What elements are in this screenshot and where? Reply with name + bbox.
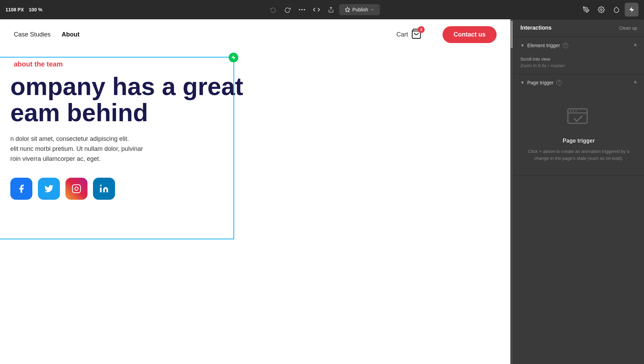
scrollbar-thumb [511,21,513,48]
share-button[interactable] [325,3,337,16]
content-area: about the team ompany has a great eam be… [0,50,510,200]
canvas-width: 1108 PX [6,7,24,12]
settings-icon-button[interactable] [594,3,608,17]
svg-point-17 [573,110,574,112]
svg-marker-4 [345,7,350,12]
element-trigger-add-button[interactable]: + [633,42,637,49]
toolbar-right [579,3,638,17]
nav-case-studies[interactable]: Case Studies [14,31,51,38]
svg-marker-9 [231,55,236,60]
facebook-icon[interactable] [10,178,32,200]
headline-line2: eam behind [10,100,510,126]
page-trigger-add-button[interactable]: + [633,79,637,86]
trigger-detail: Zoom In 0.5s / <none> [520,63,637,68]
panel-title: Interactions [520,25,552,31]
svg-point-16 [570,110,571,112]
headline-line1: ompany has a great [10,74,510,100]
element-trigger-header-left: ▼ Element trigger ? [520,43,568,48]
instagram-icon[interactable] [65,178,87,200]
drops-icon-button[interactable] [610,3,623,17]
panel-header: Interactions Clean up [513,19,644,37]
page-trigger-empty-desc: Click + above to create an animation tri… [524,148,634,162]
svg-point-18 [575,110,577,112]
body-text: n dolor sit amet, consectetur adipiscing… [10,134,183,164]
nav-bar: Case Studies About Cart 3 Conta [0,19,510,50]
cart-icon-wrap: 3 [411,28,422,41]
linkedin-icon[interactable] [93,178,115,200]
twitter-icon[interactable] [38,178,60,200]
canvas-scrollbar[interactable] [510,19,513,364]
contact-button[interactable]: Contact us [443,26,497,43]
toolbar: 1108 PX 100 % Publish [0,0,644,19]
about-label: about the team [10,60,510,68]
trigger-name: Scroll into view [520,56,637,62]
element-trigger-header[interactable]: ▼ Element trigger ? + [513,37,644,54]
svg-point-5 [585,9,586,10]
page-trigger-header-left: ▼ Page trigger ? [520,80,562,85]
code-toggle-button[interactable] [310,3,323,16]
element-trigger-label: Element trigger [527,43,560,48]
clean-up-button[interactable]: Clean up [619,25,637,31]
page-trigger-section: ▼ Page trigger ? + Page trigger Click + [513,74,644,176]
main-area: Case Studies About Cart 3 Conta [0,19,644,364]
page-trigger-empty-title: Page trigger [563,138,595,144]
element-trigger-arrow: ▼ [520,43,524,48]
page-trigger-arrow: ▼ [520,80,524,85]
page-trigger-label: Page trigger [527,80,553,85]
canvas-area[interactable]: Case Studies About Cart 3 Conta [0,19,513,364]
element-trigger-section: ▼ Element trigger ? + Scroll into view Z… [513,37,644,74]
svg-point-6 [601,9,602,10]
svg-point-2 [304,9,305,10]
svg-marker-7 [629,7,634,12]
toolbar-left: 1108 PX 100 % [6,7,67,12]
svg-point-13 [100,185,102,186]
publish-button[interactable]: Publish [339,4,380,15]
svg-rect-10 [72,185,80,193]
toolbar-center: Publish [70,3,577,16]
cart-label: Cart [396,31,408,38]
canvas-zoom: 100 % [29,7,42,12]
element-trigger-help-icon[interactable]: ? [563,43,568,48]
more-button[interactable] [296,3,308,16]
lightning-icon-button[interactable] [625,3,638,17]
page-trigger-header[interactable]: ▼ Page trigger ? + [513,74,644,91]
page-trigger-help-icon[interactable]: ? [556,80,562,85]
headline: ompany has a great eam behind [10,74,510,126]
svg-point-1 [301,9,303,10]
website-preview: Case Studies About Cart 3 Conta [0,19,510,364]
right-panel: Interactions Clean up ▼ Element trigger … [513,19,644,364]
svg-rect-12 [100,187,102,192]
brush-icon-button[interactable] [579,3,593,17]
nav-links: Case Studies About [14,31,80,38]
undo-button[interactable] [267,3,279,16]
svg-point-0 [299,9,300,10]
cart-area[interactable]: Cart 3 [396,28,422,41]
redo-button[interactable] [281,3,294,16]
page-trigger-empty-state: Page trigger Click + above to create an … [513,91,644,175]
social-icons [10,178,510,200]
cart-badge: 3 [418,26,425,33]
trigger-info: Scroll into view Zoom In 0.5s / <none> [513,54,644,74]
nav-about[interactable]: About [62,31,80,38]
page-trigger-icon [565,105,593,132]
